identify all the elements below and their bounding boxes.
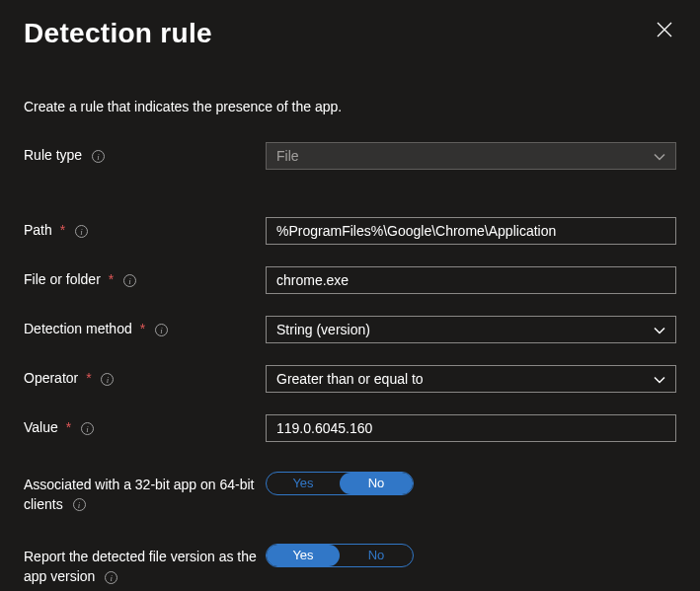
info-icon[interactable]: i	[81, 422, 94, 435]
assoc-32bit-no[interactable]: No	[340, 473, 413, 494]
required-marker: *	[66, 419, 71, 435]
info-icon[interactable]: i	[92, 150, 105, 163]
assoc-32bit-yes[interactable]: Yes	[267, 473, 340, 494]
detection-method-label: Detection method	[24, 321, 132, 336]
required-marker: *	[140, 321, 145, 336]
page-subtitle: Create a rule that indicates the presenc…	[24, 99, 676, 114]
report-version-label: Report the detected file version as the …	[24, 549, 257, 584]
info-icon[interactable]: i	[101, 373, 114, 386]
file-or-folder-input[interactable]: chrome.exe	[266, 266, 676, 294]
report-version-yes[interactable]: Yes	[267, 545, 340, 566]
value-input[interactable]: 119.0.6045.160	[266, 414, 676, 442]
required-marker: *	[109, 271, 114, 287]
report-version-toggle[interactable]: Yes No	[266, 544, 414, 567]
detection-method-value: String (version)	[276, 322, 370, 337]
info-icon[interactable]: i	[123, 274, 136, 287]
rule-type-select[interactable]: File	[266, 142, 676, 170]
rule-type-label: Rule type	[24, 147, 82, 163]
path-input[interactable]: %ProgramFiles%\Google\Chrome\Application	[266, 217, 676, 245]
path-value: %ProgramFiles%\Google\Chrome\Application	[276, 223, 556, 239]
value-text: 119.0.6045.160	[276, 420, 372, 436]
info-icon[interactable]: i	[75, 225, 88, 238]
info-icon[interactable]: i	[73, 498, 86, 511]
operator-label: Operator	[24, 370, 78, 386]
value-label: Value	[24, 419, 58, 435]
file-or-folder-label: File or folder	[24, 271, 101, 287]
assoc-32bit-toggle[interactable]: Yes No	[266, 472, 414, 495]
required-marker: *	[86, 370, 91, 386]
detection-method-select[interactable]: String (version)	[266, 316, 676, 343]
rule-type-value: File	[276, 148, 299, 164]
page-title: Detection rule	[24, 18, 212, 49]
file-or-folder-value: chrome.exe	[276, 272, 349, 288]
assoc-32bit-label: Associated with a 32-bit app on 64-bit c…	[24, 477, 254, 512]
info-icon[interactable]: i	[155, 324, 168, 336]
close-button[interactable]	[653, 18, 676, 44]
operator-value: Greater than or equal to	[276, 371, 424, 387]
required-marker: *	[60, 222, 65, 238]
path-label: Path	[24, 222, 52, 238]
info-icon[interactable]: i	[105, 571, 117, 584]
close-icon	[657, 22, 672, 37]
report-version-no[interactable]: No	[340, 545, 413, 566]
operator-select[interactable]: Greater than or equal to	[266, 365, 676, 393]
